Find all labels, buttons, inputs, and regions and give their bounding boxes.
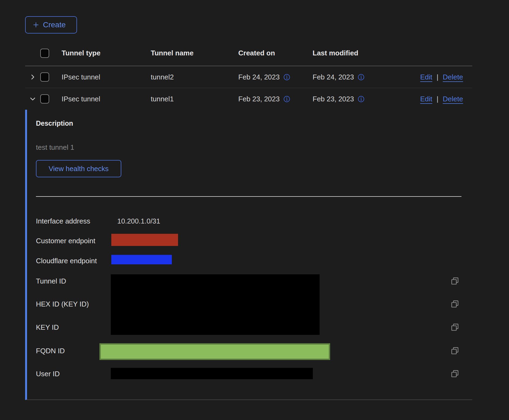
header-created-on: Created on (238, 49, 313, 57)
description-value: test tunnel 1 (36, 143, 74, 152)
user-id-redacted-value (111, 368, 313, 379)
info-icon[interactable] (357, 95, 365, 103)
info-icon[interactable] (357, 74, 365, 81)
info-icon[interactable] (283, 74, 290, 81)
chevron-right-icon (29, 73, 36, 81)
header-tunnel-name: Tunnel name (151, 49, 238, 57)
header-tunnel-type: Tunnel type (62, 49, 151, 57)
hex-id-label: HEX ID (KEY ID) (36, 300, 89, 308)
row-checkbox[interactable] (40, 72, 49, 82)
fqdn-id-label: FQDN ID (36, 346, 65, 355)
view-health-checks-label: View health checks (49, 165, 109, 173)
user-id-label: User ID (36, 369, 60, 378)
tunnel-detail-panel: Description test tunnel 1 View health ch… (25, 110, 472, 400)
copy-user-id-button[interactable] (450, 369, 460, 379)
chevron-down-icon (29, 95, 36, 103)
expand-row-button[interactable] (25, 73, 40, 81)
copy-fqdn-id-button[interactable] (450, 346, 460, 356)
copy-icon (450, 276, 460, 286)
interface-address-label: Interface address (36, 217, 90, 225)
copy-key-id-button[interactable] (450, 322, 460, 332)
create-button[interactable]: Create (25, 16, 77, 34)
table-row: IPsec tunnel tunnel2 Feb 24, 2023 Feb 24… (25, 66, 472, 88)
tunnel-type-cell: IPsec tunnel (62, 95, 151, 103)
divider (36, 196, 461, 197)
action-separator: | (437, 73, 438, 81)
tunnel-type-cell: IPsec tunnel (62, 73, 151, 81)
key-id-label: KEY ID (36, 323, 59, 332)
cloudflare-endpoint-label: Cloudflare endpoint (36, 256, 97, 265)
tunnel-name-cell: tunnel2 (151, 73, 238, 81)
copy-icon (450, 346, 460, 355)
last-modified-cell: Feb 24, 2023 (313, 73, 354, 81)
last-modified-cell: Feb 23, 2023 (313, 95, 354, 103)
interface-address-value: 10.200.1.0/31 (117, 217, 160, 225)
tunnel-table: Tunnel type Tunnel name Created on Last … (25, 41, 472, 110)
copy-icon (450, 299, 460, 309)
customer-endpoint-label: Customer endpoint (36, 236, 95, 245)
view-health-checks-button[interactable]: View health checks (36, 160, 121, 177)
tunnel-ids-redacted-block (111, 274, 320, 335)
info-icon[interactable] (283, 95, 290, 103)
created-on-cell: Feb 24, 2023 (238, 73, 280, 81)
edit-link[interactable]: Edit (420, 73, 432, 81)
action-separator: | (437, 95, 438, 103)
create-button-label: Create (43, 21, 66, 29)
delete-link[interactable]: Delete (443, 73, 463, 81)
edit-link[interactable]: Edit (420, 95, 432, 103)
tunnel-name-cell: tunnel1 (151, 95, 238, 103)
copy-hex-id-button[interactable] (450, 299, 460, 309)
select-all-checkbox[interactable] (40, 49, 49, 58)
table-row-expanded: IPsec tunnel tunnel1 Feb 23, 2023 Feb 23… (25, 88, 472, 110)
collapse-row-button[interactable] (25, 95, 40, 103)
tunnel-id-label: Tunnel ID (36, 277, 66, 285)
description-label: Description (36, 119, 73, 127)
table-header-row: Tunnel type Tunnel name Created on Last … (25, 41, 472, 66)
cloudflare-endpoint-redacted-value (111, 255, 172, 264)
fqdn-id-redacted-value (99, 343, 330, 360)
copy-tunnel-id-button[interactable] (450, 276, 460, 286)
row-checkbox[interactable] (40, 94, 49, 104)
customer-endpoint-redacted-value (111, 234, 178, 246)
copy-icon (450, 323, 460, 332)
copy-icon (450, 369, 460, 378)
plus-icon (32, 21, 40, 29)
header-last-modified: Last modified (313, 49, 394, 57)
delete-link[interactable]: Delete (443, 95, 463, 103)
created-on-cell: Feb 23, 2023 (238, 95, 280, 103)
